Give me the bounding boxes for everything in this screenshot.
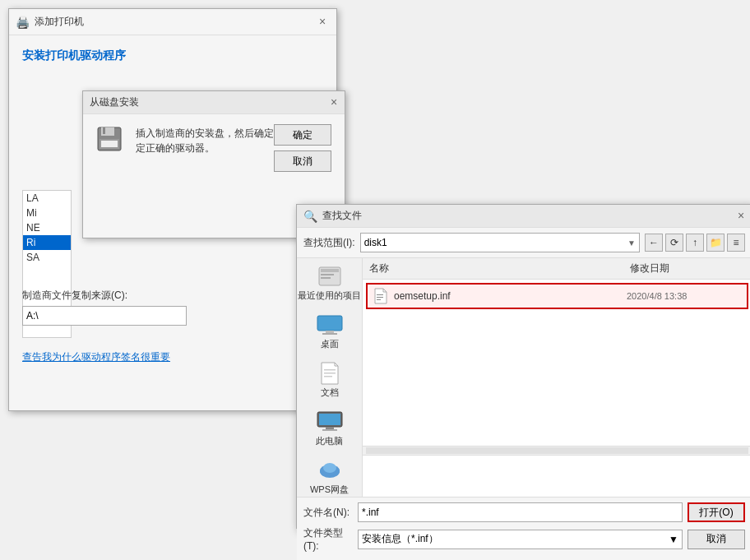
list-item[interactable]: NE xyxy=(23,220,71,235)
fb-location-bar[interactable]: disk1 ▼ xyxy=(360,233,640,252)
computer-icon xyxy=(316,410,344,433)
add-printer-title: 添加打印机 xyxy=(35,15,84,29)
fb-content-header: 名称 修改日期 xyxy=(363,258,750,280)
fb-filename-label: 文件名(N): xyxy=(303,506,353,520)
svg-rect-23 xyxy=(377,294,383,295)
svg-rect-6 xyxy=(321,269,339,272)
svg-rect-17 xyxy=(326,427,334,429)
fb-location-dropdown-icon[interactable]: ▼ xyxy=(627,238,636,248)
add-printer-titlebar: 🖨️ 添加打印机 × xyxy=(9,9,336,35)
svg-rect-4 xyxy=(101,141,118,147)
svg-rect-13 xyxy=(324,373,336,374)
svg-rect-16 xyxy=(319,414,340,425)
svg-rect-10 xyxy=(326,331,334,333)
list-item-selected[interactable]: Ri xyxy=(23,235,71,250)
inf-file-icon xyxy=(373,288,389,304)
mfr-source-input[interactable] xyxy=(22,306,187,326)
svg-rect-8 xyxy=(321,277,331,279)
from-disk-cancel-btn[interactable]: 取消 xyxy=(274,150,331,172)
fb-title: 查找文件 xyxy=(322,209,362,223)
mfr-source-section: 制造商文件复制来源(C): xyxy=(22,289,326,326)
fb-file-date: 2020/4/8 13:38 xyxy=(627,291,742,301)
svg-rect-11 xyxy=(322,333,337,335)
printer-icon: 🖨️ xyxy=(16,16,30,29)
fb-computer-label: 此电脑 xyxy=(316,435,343,447)
recent-icon xyxy=(316,265,344,288)
fb-toolbar: 查找范围(I): disk1 ▼ ← ⟳ ↑ 📁 ≡ xyxy=(297,228,750,258)
browse-link[interactable]: 查告我为什么驱动程序签名很重要 xyxy=(22,350,170,364)
fb-refresh-btn[interactable]: ⟳ xyxy=(665,234,683,252)
fb-nav-buttons: ← ⟳ ↑ 📁 ≡ xyxy=(645,234,745,252)
cloud-icon xyxy=(316,459,344,482)
list-item[interactable]: SA xyxy=(23,250,71,265)
from-disk-body: 插入制造商的安装盘，然后确定已在下面选定正确的驱动器。 确定 取消 xyxy=(83,114,345,178)
fb-file-list: oemsetup.inf 2020/4/8 13:38 xyxy=(363,280,750,312)
fb-location-label: 查找范围(I): xyxy=(303,236,355,250)
svg-rect-25 xyxy=(377,299,381,300)
svg-rect-2 xyxy=(103,127,105,134)
fb-content: 名称 修改日期 oemsetup.inf 2020/ xyxy=(363,258,750,497)
fb-filetype-label: 文件类型(T): xyxy=(303,526,353,552)
list-item[interactable]: LA xyxy=(23,191,71,206)
fb-close-btn[interactable]: × xyxy=(734,208,748,223)
fb-filetype-value: 安装信息（*.inf） xyxy=(362,532,438,546)
fb-filename-input[interactable] xyxy=(358,502,683,522)
svg-rect-24 xyxy=(377,297,383,298)
fb-main: 最近使用的项目 桌面 xyxy=(297,258,750,497)
fb-col-date: 修改日期 xyxy=(630,261,745,275)
fb-sidebar-documents[interactable]: 文档 xyxy=(316,362,344,399)
from-disk-ok-btn[interactable]: 确定 xyxy=(274,124,331,146)
fb-filetype-dropdown[interactable]: 安装信息（*.inf） ▼ xyxy=(358,530,683,549)
floppy-icon xyxy=(96,126,126,155)
fb-desktop-label: 桌面 xyxy=(321,338,339,350)
fb-documents-label: 文档 xyxy=(321,386,339,399)
fb-sidebar-recent[interactable]: 最近使用的项目 xyxy=(298,265,361,302)
list-item[interactable]: Mi xyxy=(23,206,71,220)
fb-view-btn[interactable]: ≡ xyxy=(727,234,745,252)
fb-up-btn[interactable]: ↑ xyxy=(686,234,704,252)
from-disk-close[interactable]: × xyxy=(326,95,341,109)
from-disk-titlebar: 从磁盘安装 × xyxy=(83,91,345,114)
fb-scrollbar-track[interactable] xyxy=(366,447,748,454)
svg-point-22 xyxy=(323,463,336,473)
fb-file-item[interactable]: oemsetup.inf 2020/4/8 13:38 xyxy=(366,283,748,309)
fb-recent-label: 最近使用的项目 xyxy=(298,289,361,302)
svg-rect-7 xyxy=(321,274,334,275)
fb-back-btn[interactable]: ← xyxy=(645,234,663,252)
section-title: 安装打印机驱动程序 xyxy=(22,49,323,63)
add-printer-close[interactable]: × xyxy=(315,14,330,29)
fb-file-name: oemsetup.inf xyxy=(394,290,627,302)
fb-location-text: disk1 xyxy=(364,237,627,248)
fb-open-btn[interactable]: 打开(O) xyxy=(688,502,745,522)
dialog-buttons: 确定 取消 xyxy=(274,124,331,172)
document-icon xyxy=(316,362,344,385)
fb-cancel-btn[interactable]: 取消 xyxy=(688,530,745,549)
mfr-source-label: 制造商文件复制来源(C): xyxy=(22,289,326,303)
fb-sidebar: 最近使用的项目 桌面 xyxy=(297,258,363,497)
svg-rect-14 xyxy=(324,376,332,377)
from-disk-title: 从磁盘安装 xyxy=(90,95,139,109)
file-browser-dialog: 🔍 查找文件 × 查找范围(I): disk1 ▼ ← ⟳ ↑ 📁 ≡ xyxy=(296,204,750,529)
fb-bottom: 文件名(N): 打开(O) 文件类型(T): 安装信息（*.inf） ▼ 取消 xyxy=(297,497,750,560)
fb-titlebar: 🔍 查找文件 × xyxy=(297,205,750,228)
fb-filetype-arrow: ▼ xyxy=(669,534,678,545)
folder-search-icon: 🔍 xyxy=(303,210,317,223)
svg-rect-18 xyxy=(322,429,337,431)
fb-col-name: 名称 xyxy=(369,261,630,275)
desktop-icon xyxy=(316,313,344,336)
fb-sidebar-desktop[interactable]: 桌面 xyxy=(316,313,344,350)
fb-scrollbar[interactable] xyxy=(363,446,750,456)
fb-sidebar-wps[interactable]: WPS网盘 xyxy=(310,459,349,496)
fb-filename-row: 文件名(N): 打开(O) xyxy=(303,502,745,522)
svg-rect-9 xyxy=(317,316,342,331)
svg-rect-12 xyxy=(324,369,336,371)
fb-filetype-row: 文件类型(T): 安装信息（*.inf） ▼ 取消 xyxy=(303,526,745,552)
fb-sidebar-computer[interactable]: 此电脑 xyxy=(316,410,344,447)
fb-new-folder-btn[interactable]: 📁 xyxy=(706,234,725,252)
add-printer-body: 安装打印机驱动程序 xyxy=(9,35,336,90)
fb-wps-label: WPS网盘 xyxy=(310,484,349,496)
